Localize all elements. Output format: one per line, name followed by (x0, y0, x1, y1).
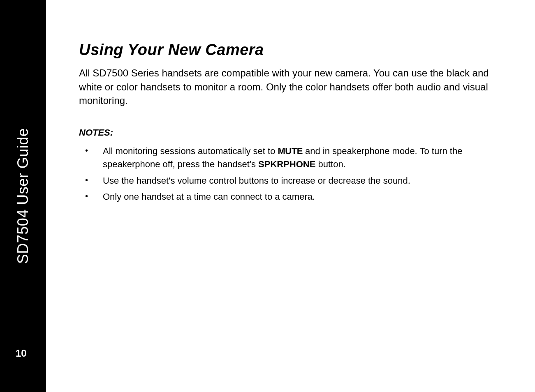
note-text-post: button. (315, 159, 345, 169)
page-content: Using Your New Camera All SD7500 Series … (46, 0, 535, 392)
page-number: 10 (16, 348, 27, 359)
list-item: Only one handset at a time can connect t… (79, 190, 498, 203)
intro-paragraph: All SD7500 Series handsets are compatibl… (79, 66, 498, 108)
document-title: SD7504 User Guide (14, 128, 32, 264)
note-text: Use the handset's volume control buttons… (103, 175, 410, 186)
sidebar: SD7504 User Guide 10 (0, 0, 46, 392)
spkrphone-label: SPKRPHONE (258, 159, 315, 169)
note-text-pre: All monitoring sessions automatically se… (103, 146, 278, 156)
notes-label: NOTES: (79, 127, 498, 138)
section-heading: Using Your New Camera (79, 41, 498, 59)
notes-list: All monitoring sessions automatically se… (79, 145, 498, 204)
list-item: Use the handset's volume control buttons… (79, 174, 498, 187)
mute-label: MUTE (278, 146, 303, 156)
note-text: Only one handset at a time can connect t… (103, 191, 315, 202)
list-item: All monitoring sessions automatically se… (79, 145, 498, 171)
